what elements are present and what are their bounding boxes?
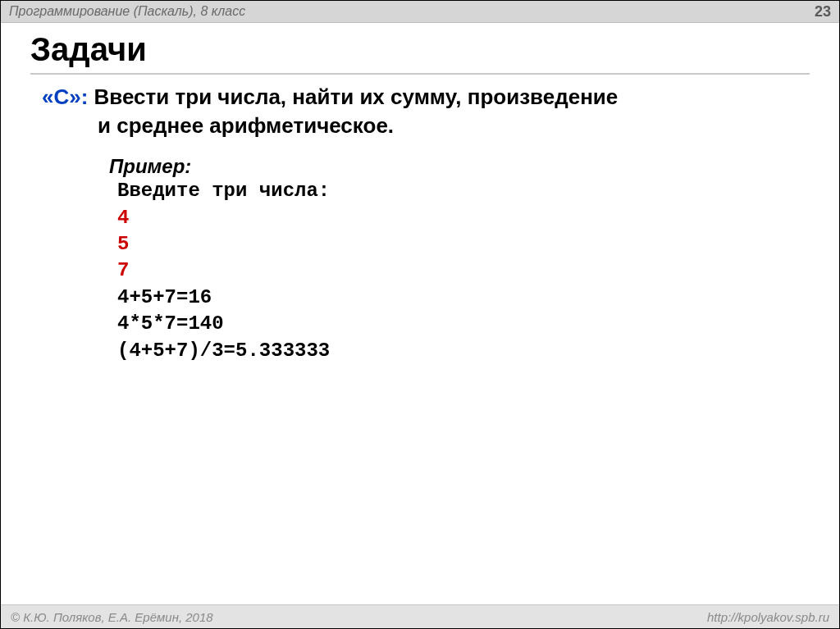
task-level-label: «С»: [42, 84, 88, 109]
example-average: (4+5+7)/3=5.333333 [117, 338, 810, 364]
top-bar: Программирование (Паскаль), 8 класс 23 [1, 1, 839, 23]
footer-bar: © К.Ю. Поляков, Е.А. Ерёмин, 2018 http:/… [1, 604, 839, 628]
page-title: Задачи [30, 31, 810, 68]
example-sum: 4+5+7=16 [117, 285, 810, 311]
title-divider [30, 73, 810, 75]
footer-url: http://kpolyakov.spb.ru [707, 610, 829, 624]
task-line-2: и среднее арифметическое. [98, 112, 810, 140]
task-block: «С»: Ввести три числа, найти их сумму, п… [42, 83, 810, 364]
example-input-1: 4 [117, 205, 810, 231]
example-heading: Пример: [109, 155, 810, 178]
page-number: 23 [815, 3, 831, 21]
footer-copyright: © К.Ю. Поляков, Е.А. Ерёмин, 2018 [11, 610, 213, 624]
content-area: Задачи «С»: Ввести три числа, найти их с… [1, 23, 839, 604]
example-block: Пример: Введите три числа: 4 5 7 4+5+7=1… [109, 155, 810, 364]
example-output: Введите три числа: 4 5 7 4+5+7=16 4*5*7=… [117, 178, 810, 364]
example-input-2: 5 [117, 231, 810, 258]
task-line-1: «С»: Ввести три числа, найти их сумму, п… [42, 83, 810, 112]
example-product: 4*5*7=140 [117, 311, 810, 337]
task-text-1: Ввести три числа, найти их сумму, произв… [88, 84, 618, 109]
example-prompt: Введите три числа: [117, 178, 810, 204]
course-title: Программирование (Паскаль), 8 класс [9, 4, 245, 19]
example-input-3: 7 [117, 258, 810, 284]
slide: Программирование (Паскаль), 8 класс 23 З… [0, 0, 840, 629]
